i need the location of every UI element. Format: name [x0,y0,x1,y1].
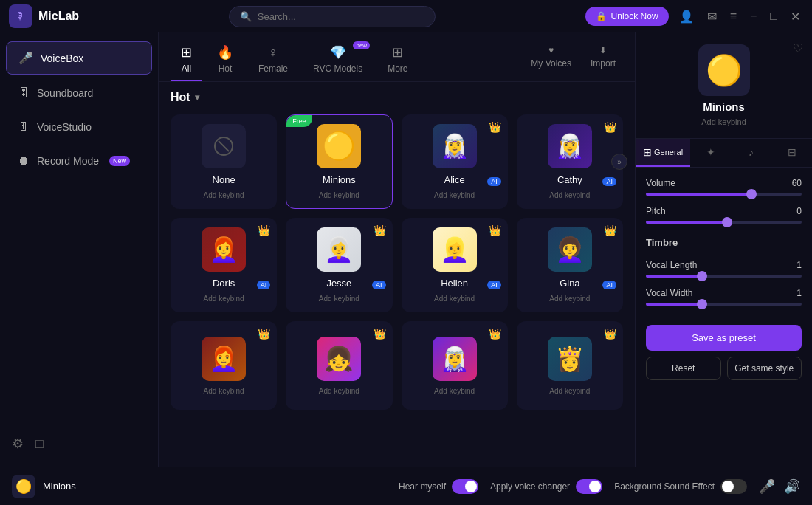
panel-header: ♡ 🟡 Minions Add keybind [636,32,812,139]
get-same-style-button[interactable]: Get same style [727,357,802,380]
tab-rvc[interactable]: new 💎 RVC Models [303,40,373,81]
voice-name-jesse: Jesse [326,278,351,289]
voice-card-r3-4[interactable]: 👑 👸 Add keybind [517,321,623,410]
speaker-bottom-icon[interactable]: 🔊 [784,478,800,495]
volume-slider-thumb [746,189,757,199]
unlock-button[interactable]: 🔒 Unlock Now [585,7,669,26]
voicestudio-icon: 🎚 [18,120,30,134]
voice-keybind-none: Add keybind [204,191,244,199]
panel-tab-general[interactable]: ⊞ General [636,139,690,167]
voice-avatar-r3-1: 👩‍🦰 [202,337,246,381]
bottom-avatar: 🟡 [12,475,35,498]
titlebar-right: 🔒 Unlock Now 👤 ✉ ≡ − □ ✕ [585,7,803,27]
sidebar-item-voicestudio[interactable]: 🎚 VoiceStudio [6,111,152,142]
layout-icon[interactable]: □ [35,436,44,452]
apply-changer-toggle[interactable] [576,479,602,494]
crown-gina: 👑 [604,224,616,236]
voice-keybind-r3-1: Add keybind [204,387,244,395]
voice-card-r3-1[interactable]: 👑 👩‍🦰 Add keybind [171,321,277,410]
ai-badge-gina: AI [602,281,616,289]
crown-cathy: 👑 [604,121,616,133]
heart-icon: ♥ [548,45,554,55]
app-logo-icon: 🎙 [16,10,26,22]
voice-card-cathy[interactable]: 👑 AI 🧝‍♀️ Cathy Add keybind [517,114,623,209]
tab-extras: ♥ My Voices ⬇ Import [523,42,623,79]
tab-myvoices[interactable]: ♥ My Voices [523,42,579,72]
volume-label: Volume [646,178,675,188]
recordmode-badge: New [109,156,130,166]
tab-more[interactable]: ⊞ More [377,40,418,81]
voice-avatar-none [202,124,246,168]
microphone-icon: 🎤 [18,51,33,65]
pitch-slider-track[interactable] [646,221,802,224]
voice-avatar-r3-3: 🧝‍♀️ [433,337,477,381]
voice-avatar-jesse: 👩‍🦳 [317,227,361,272]
vocal-width-label: Vocal Width [646,288,692,298]
main-layout: 🎤 VoiceBox 🎛 Soundboard 🎚 VoiceStudio ⏺ … [0,32,812,467]
maximize-icon[interactable]: □ [767,7,780,26]
voice-keybind-alice: Add keybind [434,191,475,199]
vocal-width-slider-track[interactable] [646,303,802,306]
panel-tab-music[interactable]: ♪ [731,139,771,167]
voice-card-jesse[interactable]: 👑 AI 👩‍🦳 Jesse Add keybind [286,218,392,312]
reset-button[interactable]: Reset [646,357,721,380]
hear-myself-toggle[interactable] [452,479,478,494]
voice-card-hellen[interactable]: 👑 AI 👱‍♀️ Hellen Add keybind [402,218,508,312]
bottom-voice: 🟡 Minions [12,475,76,498]
voice-card-r3-2[interactable]: 👑 👧 Add keybind [286,321,392,410]
sidebar-item-voicebox[interactable]: 🎤 VoiceBox [6,41,152,75]
expand-button[interactable]: » [611,154,627,170]
titlebar: 🎙 MicLab 🔍 🔒 Unlock Now 👤 ✉ ≡ − □ ✕ [0,0,812,32]
microphone-bottom-icon[interactable]: 🎤 [759,478,775,495]
panel-controls: Volume 60 Pitch 0 Ti [636,168,812,316]
voice-keybind-r3-3: Add keybind [434,387,475,395]
timbre-section-label: Timbre [646,234,802,250]
sidebar-item-soundboard[interactable]: 🎛 Soundboard [6,78,152,109]
volume-slider-track[interactable] [646,193,802,196]
voice-name-cathy: Cathy [557,174,582,185]
voice-card-minions[interactable]: Free 🟡 Minions Add keybind [286,114,392,209]
search-bar[interactable]: 🔍 [229,6,436,27]
close-icon[interactable]: ✕ [788,7,803,27]
voice-keybind-doris: Add keybind [204,295,244,303]
bg-sound-toggle[interactable] [720,479,747,494]
settings-icon[interactable]: ⚙ [12,436,24,452]
voice-card-r3-3[interactable]: 👑 🧝‍♀️ Add keybind [402,321,508,410]
panel-tab-effects[interactable]: ✦ [690,139,731,167]
voice-grid-2: 👑 AI 👩‍🦰 Doris Add keybind 👑 AI 👩‍🦳 Je [171,218,623,312]
minimize-icon[interactable]: − [747,7,760,26]
sidebar-label-recordmode: Record Mode [37,155,99,167]
search-input[interactable] [258,11,424,22]
free-badge-minions: Free [286,115,312,127]
tab-hot-icon: 🔥 [217,44,233,61]
voice-keybind-hellen: Add keybind [434,295,475,303]
voice-card-doris[interactable]: 👑 AI 👩‍🦰 Doris Add keybind [171,218,277,312]
unlock-label: Unlock Now [611,11,658,21]
sidebar-label-soundboard: Soundboard [37,87,93,99]
voice-card-none[interactable]: None Add keybind [171,114,277,209]
voice-row-1: None Add keybind Free 🟡 Minions Add keyb… [171,114,623,209]
tab-import[interactable]: ⬇ Import [583,42,623,72]
panel-avatar: 🟡 [698,44,750,96]
bg-sound-label: Background Sound Effect [614,481,715,492]
tab-hot[interactable]: 🔥 Hot [207,40,244,81]
tab-all[interactable]: ⊞ All [171,40,202,81]
mail-icon[interactable]: ✉ [704,7,720,27]
panel-heart-icon[interactable]: ♡ [793,41,803,55]
vocal-length-slider-track[interactable] [646,275,802,278]
advanced-icon: ⊟ [788,146,796,158]
voice-card-gina[interactable]: 👑 AI 👩‍🦱 Gina Add keybind [517,218,623,312]
menu-icon[interactable]: ≡ [727,7,740,26]
profile-icon[interactable]: 👤 [676,7,697,27]
apply-changer-group: Apply voice changer [490,479,602,494]
sidebar-item-recordmode[interactable]: ⏺ Record Mode New [6,145,152,176]
section-chevron[interactable]: ▾ [195,92,199,103]
tab-female[interactable]: ♀ Female [248,41,298,81]
panel-tab-advanced[interactable]: ⊟ [771,139,812,167]
hear-myself-knob [465,481,477,492]
panel-voice-name: Minions [703,100,745,113]
save-preset-button[interactable]: Save as preset [646,325,802,351]
voice-name-none: None [213,174,235,185]
voice-card-alice[interactable]: 👑 AI 🧝‍♀️ Alice Add keybind [402,114,508,209]
sidebar-label-voicebox: VoiceBox [41,52,83,64]
